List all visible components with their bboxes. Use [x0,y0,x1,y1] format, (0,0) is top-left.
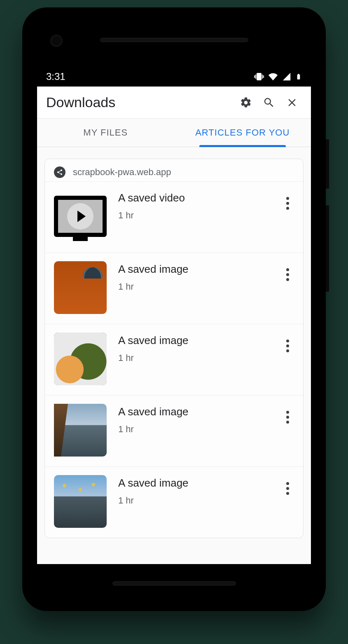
list-item[interactable]: A saved image 1 hr [45,253,303,324]
phone-speaker [112,581,236,585]
item-more-button[interactable] [281,261,294,288]
item-title: A saved image [118,263,269,276]
thumbnail [54,475,107,528]
gear-icon [240,96,252,109]
app-header: Downloads [37,87,311,119]
more-icon [286,197,289,210]
source-host: scrapbook-pwa.web.app [73,167,171,178]
card-source-row: scrapbook-pwa.web.app [45,159,303,181]
item-time: 1 hr [118,353,269,363]
downloads-app: Downloads MY FILES ARTICLES FOR YOU [37,87,311,564]
close-button[interactable] [282,93,302,112]
thumbnail [54,333,107,385]
source-card: scrapbook-pwa.web.app A saved video [44,159,304,538]
close-icon [286,96,298,109]
item-title: A saved image [118,405,269,418]
item-title: A saved image [118,477,269,489]
list-item[interactable]: A saved image 1 hr [45,395,303,466]
status-time: 3:31 [46,71,65,82]
settings-button[interactable] [236,93,256,112]
more-icon [286,268,289,281]
item-title: A saved image [118,334,269,347]
item-time: 1 hr [118,495,269,506]
item-more-button[interactable] [281,404,294,430]
list-item[interactable]: A saved video 1 hr [45,181,303,253]
more-icon [286,482,289,495]
tab-my-files[interactable]: MY FILES [37,119,174,147]
tab-articles-for-you[interactable]: ARTICLES FOR YOU [174,119,311,147]
page-title: Downloads [46,94,233,110]
more-icon [286,340,289,352]
more-icon [286,411,289,424]
search-button[interactable] [259,93,279,112]
phone-camera [50,35,63,47]
content-area: scrapbook-pwa.web.app A saved video [37,147,311,564]
thumbnail [54,261,107,314]
item-more-button[interactable] [281,333,294,359]
item-time: 1 hr [118,281,269,292]
thumbnail [54,404,107,457]
item-time: 1 hr [118,210,269,221]
screen: 3:31 Downloads [37,67,311,564]
search-icon [263,96,275,109]
thumbnail [54,190,107,243]
share-icon [54,166,65,178]
status-icons [254,72,302,82]
video-icon [54,196,107,237]
signal-icon [282,72,291,81]
list-item[interactable]: A saved image 1 hr [45,324,303,395]
list-item[interactable]: A saved image 1 hr [45,466,303,538]
tabs: MY FILES ARTICLES FOR YOU [37,119,311,147]
battery-icon [295,72,302,82]
wifi-icon [268,72,278,81]
item-more-button[interactable] [281,475,294,501]
status-bar: 3:31 [37,67,311,87]
vibrate-icon [254,72,264,82]
phone-side-button [326,139,329,189]
phone-frame: 3:31 Downloads [22,7,326,611]
item-time: 1 hr [118,424,269,435]
phone-speaker [100,38,248,42]
item-more-button[interactable] [281,190,294,216]
phone-side-button [326,205,329,292]
item-title: A saved video [118,192,269,204]
